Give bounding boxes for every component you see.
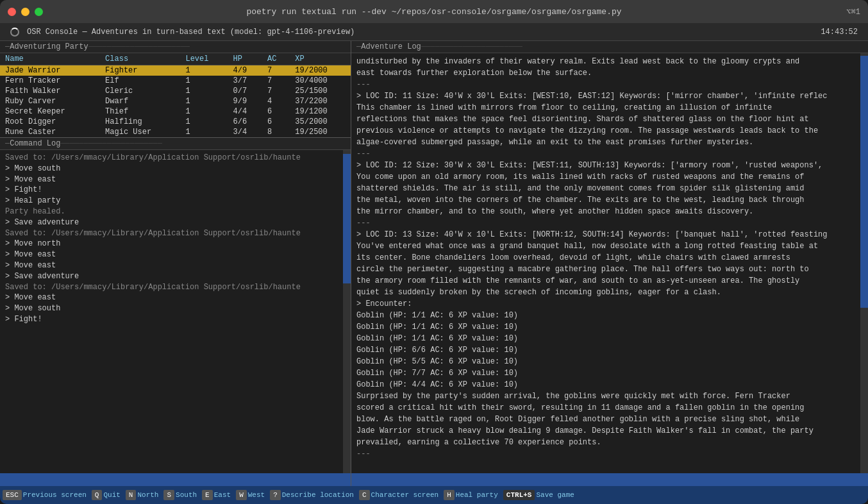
- command-log-line: > Fight!: [5, 185, 338, 196]
- party-row[interactable]: Jade WarriorFighter14/9719/2000: [0, 65, 351, 76]
- right-panel: Adventure Log undisturbed by the invader…: [351, 41, 868, 486]
- party-row[interactable]: Ruby CarverDwarf19/9437/2200: [0, 96, 351, 106]
- adventure-log-line: Goblin (HP: 1/1 AC: 6 XP value: 10): [356, 310, 855, 321]
- party-row[interactable]: Root DiggerHalfling16/6635/2000: [0, 117, 351, 127]
- command-log-line: > Move south: [5, 303, 338, 314]
- status-key[interactable]: ?: [270, 490, 281, 500]
- status-key[interactable]: CTRL+S: [503, 490, 535, 500]
- app-subtitle: OSR Console — Adventures in turn-based t…: [27, 28, 355, 37]
- status-label: West: [248, 491, 265, 499]
- command-log-line: > Heal party: [5, 196, 338, 206]
- party-row[interactable]: Secret KeeperThief14/4619/1200: [0, 106, 351, 117]
- status-label: Describe location: [282, 491, 354, 499]
- adventure-log-header: Adventure Log: [351, 41, 868, 53]
- adventure-log-content[interactable]: undisturbed by the invaders of their wat…: [351, 53, 860, 473]
- adventure-log-line: shattered shields. The air is still, and…: [356, 183, 855, 194]
- party-row[interactable]: Fern TrackerElf13/7730/4000: [0, 76, 351, 86]
- adventure-log-scrollbar[interactable]: [860, 53, 868, 473]
- party-header: Adventuring Party: [0, 41, 351, 53]
- col-ac: AC: [262, 53, 290, 65]
- adventure-log-line: Surprised by the party's sudden arrival,…: [356, 391, 855, 402]
- window-title: poetry run textual run --dev ~/repos/osr…: [246, 7, 621, 17]
- col-hp: HP: [228, 53, 263, 65]
- adventure-log-line: Goblin (HP: 1/1 AC: 6 XP value: 10): [356, 333, 855, 344]
- adventure-log-line: previous violence or attempts to navigat…: [356, 125, 855, 137]
- menubar: OSR Console — Adventures in turn-based t…: [0, 23, 868, 41]
- command-log-line: > Move east: [5, 249, 338, 260]
- party-row[interactable]: Faith WalkerCleric10/7725/1500: [0, 86, 351, 96]
- adventure-log-line: Goblin (HP: 6/6 AC: 6 XP value: 10): [356, 344, 855, 356]
- titlebar: poetry run textual run --dev ~/repos/osr…: [0, 0, 868, 23]
- status-key[interactable]: S: [163, 490, 174, 500]
- adventure-log-line: scored a critical hit with their sword, …: [356, 402, 855, 414]
- adventure-log-line: This chamber is lined with mirrors from …: [356, 102, 855, 113]
- adventure-log-line: Goblin (HP: 7/7 AC: 6 XP value: 10): [356, 367, 855, 379]
- adventure-log-line: algae-covered submerged passage, while a…: [356, 137, 855, 148]
- command-log-line: > Move east: [5, 174, 338, 185]
- adventure-log-line: Goblin (HP: 1/1 AC: 6 XP value: 10): [356, 321, 855, 333]
- status-bar: ESCPrevious screenQQuitNNorthSSouthEEast…: [0, 486, 868, 504]
- status-key[interactable]: H: [444, 490, 455, 500]
- command-log-line: > Move south: [5, 164, 338, 174]
- status-key[interactable]: W: [236, 490, 247, 500]
- command-log-line: > Save adventure: [5, 271, 338, 282]
- close-button[interactable]: [8, 8, 16, 16]
- command-log-line: > Save adventure: [5, 217, 338, 228]
- traffic-lights: [8, 8, 43, 16]
- adventure-log-line: blow. As the battle raged on, Root Digge…: [356, 414, 855, 425]
- command-log-line: Saved to: /Users/mmacy/Library/Applicati…: [5, 228, 338, 239]
- status-key[interactable]: E: [202, 490, 213, 500]
- clock: 14:43:52: [821, 28, 858, 37]
- status-label: North: [137, 491, 158, 499]
- adventure-log-line: quiet is suddenly broken by the screech …: [356, 287, 855, 298]
- adventure-log-line: You've entered what once was a grand ban…: [356, 240, 855, 252]
- status-key[interactable]: N: [126, 490, 137, 500]
- command-log-line: > Move east: [5, 292, 338, 303]
- left-panel: Adventuring Party Name Class Level HP AC…: [0, 41, 351, 486]
- status-label: East: [214, 491, 231, 499]
- command-log-line: Saved to: /Users/mmacy/Library/Applicati…: [5, 153, 338, 164]
- adventure-log-line: the mirror chamber, and to the south, wh…: [356, 206, 855, 217]
- adventure-log-line: reflections that makes the space feel di…: [356, 113, 855, 125]
- main-window: poetry run textual run --dev ~/repos/osr…: [0, 0, 868, 504]
- adventure-log-line: > LOC ID: 11 Size: 40'W x 30'L Exits: [W…: [356, 90, 855, 102]
- col-name: Name: [0, 53, 100, 65]
- maximize-button[interactable]: [35, 8, 43, 16]
- main-content: Adventuring Party Name Class Level HP AC…: [0, 41, 868, 486]
- status-label: Quit: [103, 491, 120, 499]
- adventure-scroll-thumb[interactable]: [860, 56, 868, 308]
- minimize-button[interactable]: [21, 8, 29, 16]
- adventure-log-line: circle the perimeter, suggesting a macab…: [356, 264, 855, 275]
- status-key[interactable]: Q: [92, 490, 103, 500]
- command-log-line: > Fight!: [5, 314, 338, 325]
- adventure-log-line: ---: [356, 79, 855, 90]
- spinner-icon: [10, 28, 19, 37]
- status-label: South: [176, 491, 197, 499]
- right-panel-inner: undisturbed by the invaders of their wat…: [351, 53, 868, 473]
- command-log-scrollbar[interactable]: [343, 150, 351, 473]
- party-table: Name Class Level HP AC XP Jade WarriorFi…: [0, 53, 351, 137]
- adventure-log-line: Goblin (HP: 5/5 AC: 6 XP value: 10): [356, 356, 855, 367]
- adventure-log-line: prevailed, earning a collective 70 exper…: [356, 437, 855, 448]
- command-log-lower: Saved to: /Users/mmacy/Library/Applicati…: [0, 150, 351, 473]
- command-log-content[interactable]: Saved to: /Users/mmacy/Library/Applicati…: [0, 150, 343, 473]
- adventure-log-line: undisturbed by the invaders of their wat…: [356, 56, 855, 67]
- party-section: Adventuring Party Name Class Level HP AC…: [0, 41, 351, 138]
- adventure-log-line: You come upon an old armory room, its wa…: [356, 171, 855, 183]
- status-label: Heal party: [456, 491, 498, 499]
- command-log-line: > Move north: [5, 239, 338, 249]
- adventure-log-line: > Encounter:: [356, 298, 855, 310]
- adventure-log-line: east towards further exploration below t…: [356, 67, 855, 79]
- command-log-line: Party healed.: [5, 206, 338, 217]
- party-table-header-row: Name Class Level HP AC XP: [0, 53, 351, 65]
- status-label: Character screen: [371, 491, 439, 499]
- party-row[interactable]: Rune CasterMagic User13/4819/2500: [0, 127, 351, 137]
- adventure-log-line: the armory room filled with the remnants…: [356, 275, 855, 287]
- command-log-line: > Move east: [5, 260, 338, 271]
- adventure-log-line: > LOC ID: 13 Size: 40'W x 10'L Exits: [N…: [356, 229, 855, 240]
- adventure-log-line: its center. Bone chandeliers loom overhe…: [356, 252, 855, 264]
- command-log-scroll-thumb[interactable]: [343, 154, 351, 283]
- status-key[interactable]: ESC: [3, 490, 22, 500]
- status-key[interactable]: C: [359, 490, 370, 500]
- adventure-log-line: ---: [356, 217, 855, 229]
